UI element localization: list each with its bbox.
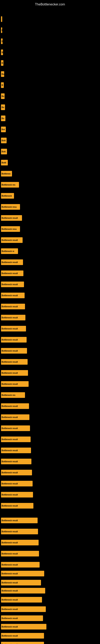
bar-3: B [1, 50, 3, 55]
bar-label-9: Bo [1, 117, 4, 120]
bar-label-30: Bottleneck result [1, 350, 18, 352]
bar-42: Bottleneck result [1, 481, 33, 486]
bar-label-13: Bottl [1, 162, 6, 164]
bar-row-53: Bottleneck result [1, 597, 42, 603]
bar-label-4: B [1, 62, 3, 64]
bar-label-31: Bottleneck result [1, 361, 18, 363]
bar-label-55: Bottleneck result [1, 617, 18, 620]
bar-row-14: Bottlenec [1, 171, 12, 177]
bar-row-19: Bottleneck resu [1, 226, 20, 232]
bar-row-49: Bottleneck result [1, 562, 40, 568]
bar-row-56: Bottleneck result [1, 624, 47, 630]
bar-12: Bott [1, 149, 7, 154]
bar-8: Bo [1, 104, 5, 110]
bar-row-11: Bott [1, 138, 7, 144]
bar-50: Bottleneck result [1, 571, 44, 576]
bar-21: Bottleneck re [1, 248, 18, 254]
bar-row-3: B [1, 49, 3, 55]
bar-label-23: Bottleneck result [1, 272, 18, 274]
bar-row-41: Bottleneck result [1, 470, 32, 476]
bar-row-7: Bo [1, 93, 4, 99]
bar-label-40: Bottleneck result [1, 460, 18, 463]
bar-41: Bottleneck result [1, 470, 32, 475]
bar-1: E [1, 27, 2, 33]
bar-label-41: Bottleneck result [1, 472, 18, 474]
bar-label-28: Bottleneck result [1, 328, 18, 330]
bar-label-7: Bo [1, 95, 4, 98]
bar-label-45: Bottleneck result [1, 520, 18, 522]
bar-33: Bottleneck result [1, 381, 29, 387]
bar-47: Bottleneck result [1, 540, 39, 546]
bar-row-40: Bottleneck result [1, 458, 31, 464]
bar-label-15: Bottleneck res [1, 184, 15, 186]
bar-22: Bottleneck result [1, 260, 23, 265]
bar-label-29: Bottleneck result [1, 339, 18, 341]
bar-label-46: Bottleneck result [1, 530, 18, 533]
bar-row-29: Bottleneck result [1, 337, 27, 343]
bar-row-34: Bottleneck res [1, 392, 25, 398]
bar-34: Bottleneck res [1, 392, 25, 398]
bar-label-12: Bott [1, 150, 6, 153]
bar-label-3: B [1, 51, 3, 54]
bar-51: Bottleneck result [1, 580, 41, 586]
bar-5: Bo [1, 71, 4, 77]
bar-row-46: Bottleneck result [1, 528, 38, 534]
bar-row-21: Bottleneck re [1, 248, 18, 254]
bar-56: Bottleneck result [1, 624, 47, 630]
bar-label-22: Bottleneck result [1, 261, 18, 264]
bar-53: Bottleneck result [1, 597, 42, 602]
bar-row-15: Bottleneck res [1, 182, 19, 188]
bar-label-19: Bottleneck resu [1, 228, 17, 230]
bar-58: Bottleneck result [1, 642, 44, 644]
bar-label-53: Bottleneck result [1, 599, 18, 601]
bar-label-10: Bot [1, 128, 5, 130]
bar-14: Bottlenec [1, 171, 12, 176]
bar-label-8: Bo [1, 106, 4, 108]
bar-55: Bottleneck result [1, 616, 43, 621]
bar-label-39: Bottleneck result [1, 450, 18, 452]
bar-row-51: Bottleneck result [1, 580, 41, 586]
bar-label-18: Bottleneck result [1, 217, 18, 219]
bar-52: Bottleneck result [1, 588, 45, 594]
bar-16: Bottleneck [1, 193, 14, 199]
bar-row-8: Bo [1, 104, 5, 110]
bar-row-45: Bottleneck result [1, 518, 38, 524]
bar-row-57: Bottleneck result [1, 633, 44, 639]
bar-label-24: Bottleneck result [1, 283, 18, 286]
bar-row-12: Bott [1, 148, 7, 154]
bar-label-34: Bottleneck res [1, 394, 15, 396]
bar-row-39: Bottleneck result [1, 448, 31, 454]
bar-row-17: Bottleneck resu [1, 204, 20, 210]
bar-45: Bottleneck result [1, 518, 38, 523]
bar-6: B [1, 82, 4, 88]
bar-row-2: E [1, 38, 2, 44]
bar-label-20: Bottleneck result [1, 239, 18, 241]
bar-row-9: Bo [1, 115, 5, 121]
bar-row-42: Bottleneck result [1, 480, 33, 486]
bar-row-24: Bottleneck result [1, 281, 24, 288]
bar-label-35: Bottleneck result [1, 405, 18, 407]
bar-54: Bottleneck result [1, 606, 46, 612]
bar-label-5: Bo [1, 73, 4, 75]
bar-row-36: Bottleneck result [1, 414, 29, 420]
bar-label-11: Bott [1, 140, 6, 142]
bar-row-30: Bottleneck result [1, 348, 27, 354]
bar-row-6: B [1, 82, 4, 88]
bar-row-25: Bottleneck result [1, 292, 25, 298]
bar-4: B [1, 60, 3, 66]
bar-32: Bottleneck result [1, 370, 28, 376]
bar-label-51: Bottleneck result [1, 582, 18, 584]
bar-row-47: Bottleneck result [1, 540, 39, 546]
bar-label-6: B [1, 84, 3, 86]
bar-2: E [1, 38, 2, 44]
bar-label-21: Bottleneck re [1, 250, 14, 252]
bar-label-25: Bottleneck result [1, 294, 18, 297]
bar-label-47: Bottleneck result [1, 542, 18, 544]
bar-row-4: B [1, 60, 3, 66]
bar-24: Bottleneck result [1, 282, 24, 287]
bar-row-27: Bottleneck result [1, 314, 25, 320]
bar-row-38: Bottleneck result [1, 436, 31, 442]
bar-49: Bottleneck result [1, 562, 40, 568]
bar-label-14: Bottlenec [1, 173, 11, 175]
bar-38: Bottleneck result [1, 436, 31, 442]
